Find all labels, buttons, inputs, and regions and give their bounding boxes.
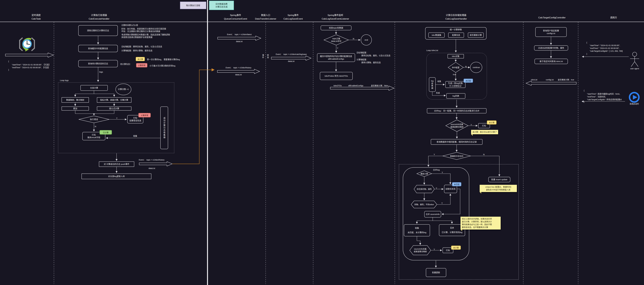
legend-realtime-log-flow: 实时数据消费 计算日志生成 bbox=[209, 1, 234, 10]
unified-params-title: 统一计算参数 bbox=[425, 28, 486, 31]
header-caller: 调用方 bbox=[604, 16, 624, 20]
event-history-arrow bbox=[217, 69, 260, 74]
forward-label-left: 事件 bbox=[262, 54, 264, 59]
event-history-label: Event： topic = v1/tskv/history bbox=[217, 67, 260, 69]
system-start-label: 系统启动时 bbox=[626, 103, 642, 105]
push-event-label: Event： topic = v1/tskv/history bbox=[139, 159, 164, 161]
pending-label: 待计算包含： bbox=[120, 63, 132, 65]
branch-y: Y bbox=[434, 248, 435, 251]
branch-n: N bbox=[353, 37, 354, 40]
system-request-line: } bbox=[584, 101, 584, 103]
hit-config-label: 命中配置 bbox=[450, 66, 461, 69]
push-datalist-label: dataList bbox=[148, 167, 155, 169]
step-query-user-config: 查询用户指定配置 configList bbox=[535, 27, 567, 37]
step-merge-sourceinfo: 合并 sourceInfo bbox=[424, 211, 441, 217]
user-agent-label: user agent bbox=[626, 67, 643, 70]
caller-request-line: "endTime": "2024-01-02 00:00:00", bbox=[590, 47, 620, 49]
system-request-line: "startTime": 系统中最新log时间 - 5min, bbox=[587, 92, 620, 95]
step-clear-expired-logs: 清除过期的已计算的日志 bbox=[78, 25, 118, 36]
loop-tskvlist-label: Loop tskvList bbox=[426, 49, 438, 52]
listener-note: 目标物配置： bbox=[356, 51, 368, 54]
branch-true: true bbox=[453, 73, 456, 76]
same-value-label: 同物、属性；不同value bbox=[412, 203, 436, 206]
logs-label: logs bbox=[99, 71, 103, 73]
step-query-pending-logs: 查询待计算状态的日志 bbox=[78, 60, 118, 67]
badge-calc-error-mark: 计算异常 bbox=[138, 113, 151, 117]
calctask-request-line: { bbox=[8, 60, 9, 63]
continue-label: continue bbox=[470, 66, 482, 69]
event-save-datalist: dataList bbox=[271, 60, 311, 63]
scheduler-clock-icon bbox=[20, 38, 34, 52]
tskv-object-box: tskv对象 bbox=[448, 54, 464, 58]
step-filter-things: 过滤出这些配置中的物、属性 bbox=[534, 46, 568, 51]
collect-label: 收集 bbox=[133, 135, 137, 137]
badge-calc-error: 计算异常 bbox=[136, 63, 147, 67]
param-config-info: 配置信息 bbox=[448, 33, 464, 38]
step-formula-calc: 按公式计算 bbox=[97, 107, 132, 111]
note-merge-logic: 经过上面的合并逻辑，如果状态仍然 是已计算、计算异常，那么其再次计 算的结果也必… bbox=[460, 217, 501, 229]
calctask-request-line: } bbox=[8, 69, 9, 71]
step-batch-update: 批量更新 bbox=[426, 268, 446, 277]
sourceinfo-complete-label: sourceInfo完备 或者是聚合映射 bbox=[446, 123, 468, 129]
param-recalc-flag: 是否重新计算 bbox=[468, 33, 484, 38]
recalc-false-label: 是否重新计算：false bbox=[371, 84, 388, 87]
calctask-request-line: "startTime": "2024-01-01 00:00:00", 【可选】 bbox=[12, 63, 50, 66]
log-collector-box: log 收 集 器 bbox=[429, 77, 436, 92]
header-calctargetconfigcontroller: CalcTargetConfigController bbox=[535, 16, 569, 20]
system-request-line: "calcTargetConfigIds": 所有启用的配置id bbox=[587, 98, 622, 101]
event-latest-label: Event： topic = v1/tskv/latest bbox=[218, 33, 261, 36]
calctask-trigger-arrow bbox=[5, 53, 54, 57]
caller-request-line: "startTime": "2024-01-01 00:00:00", bbox=[590, 44, 620, 47]
calctask-request-line: "endTime": "2024-01-02 00:00:00", 【可选】 bbox=[12, 66, 50, 69]
legend-thing-calc-flow: 物计算执行流程 bbox=[180, 2, 206, 9]
event-history-datalist: dataList bbox=[217, 73, 260, 76]
return-configlist-label: configList bbox=[546, 79, 554, 81]
event-save-label: Event： topic = v1/tskv/calc/log/save bbox=[271, 53, 311, 56]
event-latest-datalist: dataList bbox=[218, 40, 261, 43]
param-tskv-dataset: tskv数据集 bbox=[428, 33, 444, 38]
step-query-db-logs: 查询数据库中相同配置、相同时刻的日志记录 bbox=[431, 139, 482, 145]
note-expire: 坏处：无法重新计算过期的已计算成功的数据 bbox=[122, 30, 160, 33]
step-collect-unmatched: 收集 未匹配、未计算的log bbox=[404, 224, 430, 236]
loop-logs-label: Loop logs bbox=[60, 79, 69, 82]
topic-valid-label: topic正确 dataList非空 bbox=[326, 37, 346, 44]
note-config: 目标物配置：携带目标物、属性，以及公式信息 bbox=[122, 45, 162, 48]
collect-label: 收集 bbox=[437, 80, 441, 83]
forward-label-right: 转发 bbox=[266, 54, 269, 59]
note-expire: 考虑到物计算侧重实时数据计算，因此还是做了删除逻辑 bbox=[122, 33, 170, 36]
step-push-success-logs: 对 计算成功的日志 push事件 bbox=[99, 161, 134, 167]
calc-count-label: 计算次数 +1 bbox=[115, 88, 132, 91]
step-query-cached-config: 查询缓存中的配置信息 bbox=[78, 45, 118, 52]
branch-n: N bbox=[465, 65, 467, 68]
event-save-arrow bbox=[271, 56, 311, 61]
branch-n: N bbox=[95, 125, 96, 128]
step-indicator-calc: 指标计算、高级计算、分摊计算 bbox=[97, 97, 132, 103]
badge-not-calculated: 未计算 bbox=[136, 57, 145, 61]
header-calcexecutehandler: 计算执行处理器CalcExecuteHandler bbox=[79, 14, 119, 21]
exec-error-label: 执行错误 bbox=[87, 118, 101, 121]
badge-calculated: 已计算 bbox=[100, 130, 112, 135]
note-expire: 过期时间默认为1周 bbox=[122, 24, 138, 26]
step-update-all-logs: 对全部log更新入库 bbox=[82, 173, 151, 179]
branch-y: Y bbox=[436, 187, 437, 189]
branch-y: Y bbox=[337, 47, 338, 50]
header-calclogsavehandler: 计算日志存储处理器CalcLogSaveHandler bbox=[439, 14, 473, 21]
system-request-line: { bbox=[584, 90, 584, 92]
system-request-line: "endTime": 当前时间, bbox=[587, 95, 606, 98]
return-tskvlist-label: tskvList bbox=[531, 79, 537, 81]
step-merge-log: 合并log： 同一配置、同一时刻的日志对象进行合并 bbox=[427, 108, 486, 113]
branch-y: Y bbox=[442, 202, 443, 204]
log-list-box: log列表 bbox=[446, 93, 465, 99]
badge-unmatched: 未匹配 bbox=[464, 79, 473, 83]
diagram-canvas: 物计算执行流程 实时数据消费 计算日志生成 定时调度CalcTask 计算执行处… bbox=[0, 0, 644, 285]
step-batch-insert-update: 批量 insert update bbox=[488, 177, 510, 182]
dto-label: tskvDTOs bbox=[334, 84, 342, 87]
header-datatransferlistener: 数据入口DataTransferListener bbox=[251, 14, 280, 21]
step-validate-topic: 校验topic和数据 bbox=[321, 26, 352, 30]
branch-y: Y bbox=[116, 117, 118, 120]
caller-request-line: "calcTargetConfigIds": [ 123, 456, 789] bbox=[590, 50, 622, 52]
step-convert-protos: tskvProtos 转为 tskvDTOs bbox=[320, 72, 353, 80]
listener-note: 携带计算物、属性信息 bbox=[361, 61, 381, 64]
listener-note: 携带目标物、属性，以及公式信息 bbox=[361, 54, 390, 57]
recalc-label: 重新计算 bbox=[418, 173, 430, 175]
